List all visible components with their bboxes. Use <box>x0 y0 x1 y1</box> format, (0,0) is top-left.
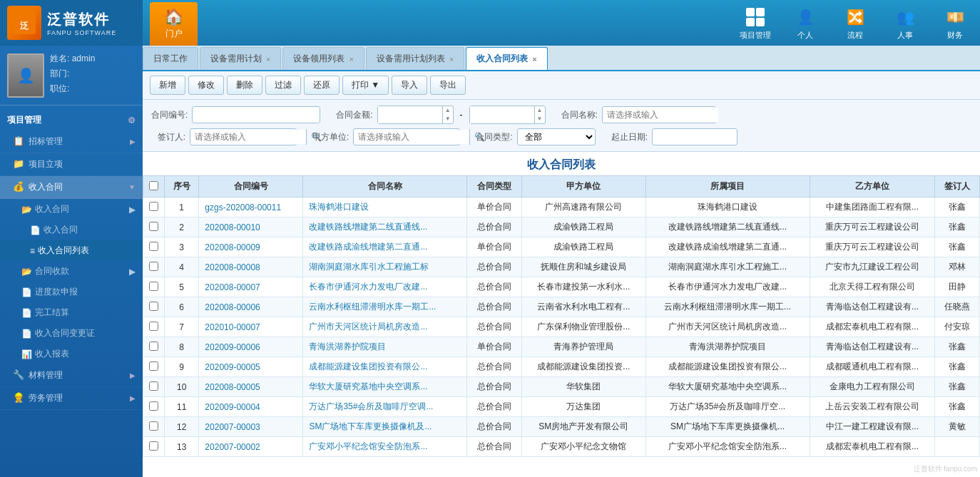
contract-type-select[interactable]: 全部 单价合同 总价合同 <box>517 128 596 145</box>
tab-income-contract-list[interactable]: 收入合同列表 × <box>466 47 547 70</box>
sidebar-item-labor[interactable]: 👷劳务管理 ▶ <box>0 387 143 410</box>
sidebar-section-header[interactable]: 项目管理 ⚙ <box>0 110 143 130</box>
print-button[interactable]: 打印 ▼ <box>342 76 389 95</box>
tab-device-usage-close[interactable]: × <box>349 55 353 63</box>
amount-from-input[interactable]: ▲ ▼ <box>377 106 454 124</box>
cell-code[interactable]: 202008-00008 <box>199 257 303 277</box>
filter-button[interactable]: 过滤 <box>265 76 301 95</box>
sidebar-subitem-contract-collection[interactable]: 📂合同收款 ▶ <box>0 261 143 282</box>
row-checkbox[interactable] <box>149 381 158 391</box>
date-range-input[interactable] <box>652 128 737 145</box>
table-row[interactable]: 2 202008-00010 改建铁路线增建第二线直通线... 总价合同 成渝铁… <box>143 217 980 237</box>
cell-name[interactable]: 广州市天河区统计局机房改造... <box>303 317 467 337</box>
hr-button[interactable]: 👥 人事 <box>887 6 923 41</box>
cell-code[interactable]: 202009-00006 <box>199 337 303 357</box>
row-checkbox[interactable] <box>149 361 158 371</box>
project-mgmt-button[interactable]: 项目管理 <box>737 6 773 41</box>
contract-name-combo[interactable] <box>602 106 716 123</box>
tab-device-usage[interactable]: 设备领用列表 × <box>282 47 364 70</box>
contract-name-input[interactable] <box>603 108 718 122</box>
table-row[interactable]: 3 202008-00009 改建铁路成渝线增建第二直通... 单价合同 成渝铁… <box>143 237 980 257</box>
delete-button[interactable]: 删除 <box>227 76 262 95</box>
signer-combo[interactable]: 🔍 <box>190 128 297 145</box>
sidebar-item-income-contract[interactable]: 💰收入合同 ▼ <box>0 176 143 199</box>
table-row[interactable]: 12 202007-00003 SM广场地下车库更换摄像机及... 总价合同 S… <box>143 417 980 437</box>
restore-button[interactable]: 还原 <box>304 76 340 95</box>
tab-device-plan-list-close[interactable]: × <box>449 55 454 63</box>
sidebar-subitem-income-contract-parent[interactable]: 📂收入合同 ▶ <box>0 199 143 220</box>
tab-device-plan-close[interactable]: × <box>266 55 270 63</box>
signer-input[interactable] <box>190 130 306 144</box>
contract-no-input[interactable] <box>192 106 320 123</box>
row-checkbox[interactable] <box>149 262 158 271</box>
cell-code[interactable]: 202009-00005 <box>199 357 303 377</box>
cell-code[interactable]: 202008-00007 <box>199 277 303 297</box>
row-checkbox[interactable] <box>149 342 158 351</box>
person-button[interactable]: 👤 个人 <box>787 6 823 41</box>
row-checkbox[interactable] <box>149 302 158 311</box>
cell-name[interactable]: 珠海鹤港口建设 <box>303 198 467 217</box>
cell-name[interactable]: 长春市伊通河水力发电厂改建... <box>303 277 467 297</box>
export-button[interactable]: 导出 <box>430 76 466 95</box>
row-checkbox[interactable] <box>149 242 158 251</box>
edit-button[interactable]: 修改 <box>188 76 224 95</box>
cell-name[interactable]: SM广场地下车库更换摄像机及... <box>303 417 467 437</box>
cell-code[interactable]: 202008-00010 <box>199 217 303 237</box>
cell-name[interactable]: 改建铁路线增建第二线直通线... <box>303 217 467 237</box>
sidebar-subitem-income-contract-list[interactable]: ≡收入合同列表 <box>0 240 143 261</box>
sidebar-subitem-income-report[interactable]: 📊收入报表 <box>0 344 143 364</box>
cell-code[interactable]: gzgs-202008-00011 <box>199 198 303 217</box>
table-row[interactable]: 13 202007-00002 广安邓小平纪念馆安全防泡系... 总价合同 广安… <box>143 437 980 457</box>
import-button[interactable]: 导入 <box>392 76 427 95</box>
finance-button[interactable]: 💴 财务 <box>937 6 973 41</box>
sidebar-subitem-income-contract-item[interactable]: 📄收入合同 <box>0 220 143 240</box>
cell-name[interactable]: 青海洪湖养护院项目 <box>303 337 467 357</box>
cell-code[interactable]: 202008-00009 <box>199 237 303 257</box>
sidebar-subitem-completion[interactable]: 📄完工结算 <box>0 302 143 323</box>
flow-button[interactable]: 🔀 流程 <box>837 6 873 41</box>
cell-name[interactable]: 湖南洞庭湖水库引水工程施工标 <box>303 257 467 277</box>
cell-code[interactable]: 202009-00004 <box>199 397 303 417</box>
sidebar-item-materials[interactable]: 🔧材料管理 ▶ <box>0 364 143 387</box>
gear-icon[interactable]: ⚙ <box>128 116 136 125</box>
table-row[interactable]: 11 202009-00004 万达广场35#会所及咖啡厅空调... 总价合同 … <box>143 397 980 417</box>
table-row[interactable]: 7 202010-00007 广州市天河区统计局机房改造... 总价合同 广东保… <box>143 317 980 337</box>
cell-code[interactable]: 202007-00003 <box>199 417 303 437</box>
party-a-input[interactable] <box>354 130 469 144</box>
cell-name[interactable]: 华软大厦研究基地中央空调系... <box>303 377 467 397</box>
table-row[interactable]: 8 202009-00006 青海洪湖养护院项目 单价合同 青海养护管理局 青海… <box>143 337 980 357</box>
cell-code[interactable]: 202008-00006 <box>199 297 303 317</box>
home-nav-button[interactable]: 🏠 门户 <box>150 2 198 46</box>
tab-device-plan-list[interactable]: 设备需用计划列表 × <box>366 47 464 70</box>
sidebar-item-bidding[interactable]: 📋招标管理 ▶ <box>0 130 143 153</box>
tab-income-list-close[interactable]: × <box>532 55 536 63</box>
cell-name[interactable]: 万达广场35#会所及咖啡厅空调... <box>303 397 467 417</box>
add-button[interactable]: 新增 <box>150 76 185 95</box>
cell-name[interactable]: 改建铁路成渝线增建第二直通... <box>303 237 467 257</box>
row-checkbox[interactable] <box>149 421 158 431</box>
tab-device-plan[interactable]: 设备需用计划 × <box>200 47 281 70</box>
row-checkbox[interactable] <box>149 222 158 231</box>
table-row[interactable]: 9 202009-00005 成都能源建设集团投资有限公... 总价合同 成都能… <box>143 357 980 377</box>
cell-code[interactable]: 202008-00005 <box>199 377 303 397</box>
party-a-combo[interactable]: 🔍 <box>353 128 460 145</box>
row-checkbox[interactable] <box>149 401 158 411</box>
cell-code[interactable]: 202007-00002 <box>199 437 303 457</box>
cell-name[interactable]: 成都能源建设集团投资有限公... <box>303 357 467 377</box>
table-row[interactable]: 6 202008-00006 云南水利枢纽滞潜明水库一期工... 总价合同 云南… <box>143 297 980 317</box>
amount-to-up-icon[interactable]: ▲ <box>535 106 545 115</box>
amount-to-down-icon[interactable]: ▼ <box>535 115 545 123</box>
table-row[interactable]: 1 gzgs-202008-00011 珠海鹤港口建设 单价合同 广州高速路有限… <box>143 198 980 217</box>
sidebar-item-project[interactable]: 📁项目立项 <box>0 153 143 176</box>
amount-up-icon[interactable]: ▲ <box>443 106 453 115</box>
table-row[interactable]: 5 202008-00007 长春市伊通河水力发电厂改建... 总价合同 长春市… <box>143 277 980 297</box>
amount-down-icon[interactable]: ▼ <box>443 115 453 123</box>
table-row[interactable]: 4 202008-00008 湖南洞庭湖水库引水工程施工标 总价合同 抚顺住房和… <box>143 257 980 277</box>
cell-name[interactable]: 广安邓小平纪念馆安全防泡系... <box>303 437 467 457</box>
sidebar-subitem-progress-payment[interactable]: 📄进度款申报 <box>0 282 143 302</box>
row-checkbox[interactable] <box>149 282 158 291</box>
row-checkbox[interactable] <box>149 322 158 331</box>
table-row[interactable]: 10 202008-00005 华软大厦研究基地中央空调系... 总价合同 华软… <box>143 377 980 397</box>
cell-name[interactable]: 云南水利枢纽滞潜明水库一期工... <box>303 297 467 317</box>
tab-daily-work[interactable]: 日常工作 <box>143 47 198 70</box>
